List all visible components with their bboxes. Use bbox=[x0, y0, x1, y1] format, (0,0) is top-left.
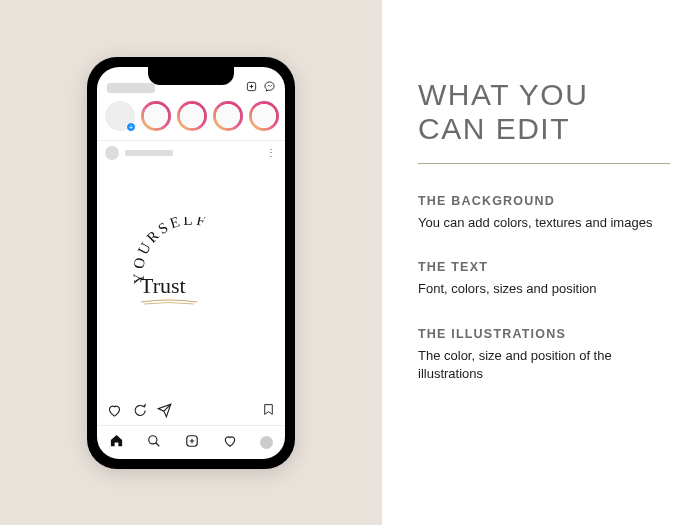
script-text-trust: Trust bbox=[140, 273, 186, 299]
header-actions bbox=[245, 81, 275, 93]
post-avatar[interactable] bbox=[105, 146, 119, 160]
section-body: Font, colors, sizes and position bbox=[418, 280, 670, 298]
nav-activity-icon[interactable] bbox=[223, 434, 237, 451]
post-actions bbox=[97, 399, 285, 425]
section-title: THE TEXT bbox=[418, 260, 670, 274]
page-title: WHAT YOU CAN EDIT bbox=[418, 78, 670, 145]
nav-profile-icon[interactable] bbox=[260, 436, 273, 449]
phone-notch bbox=[148, 67, 234, 85]
story-self[interactable]: + bbox=[105, 101, 135, 131]
phone-mockup: + ⋮ bbox=[87, 57, 295, 469]
section-body: You can add colors, textures and images bbox=[418, 214, 670, 232]
plus-icon: + bbox=[126, 122, 136, 132]
svg-line-5 bbox=[156, 442, 160, 446]
stories-row[interactable]: + bbox=[97, 95, 285, 141]
section-body: The color, size and position of the illu… bbox=[418, 347, 670, 383]
story-item[interactable] bbox=[177, 101, 207, 131]
underline-accent bbox=[140, 299, 198, 305]
share-icon[interactable] bbox=[157, 403, 172, 421]
section-background: THE BACKGROUND You can add colors, textu… bbox=[418, 194, 670, 232]
nav-search-icon[interactable] bbox=[147, 434, 161, 451]
section-title: THE BACKGROUND bbox=[418, 194, 670, 208]
comment-icon[interactable] bbox=[132, 403, 147, 421]
heading-line-1: WHAT YOU bbox=[418, 78, 588, 111]
section-title: THE ILLUSTRATIONS bbox=[418, 327, 670, 341]
svg-point-4 bbox=[149, 435, 157, 443]
nav-add-icon[interactable] bbox=[185, 434, 199, 451]
like-icon[interactable] bbox=[107, 403, 122, 421]
story-item[interactable] bbox=[249, 101, 279, 131]
bookmark-icon[interactable] bbox=[262, 402, 275, 421]
left-panel: + ⋮ bbox=[0, 0, 382, 525]
post-header: ⋮ bbox=[97, 141, 285, 165]
heading-line-2: CAN EDIT bbox=[418, 112, 570, 145]
right-panel: WHAT YOU CAN EDIT THE BACKGROUND You can… bbox=[382, 0, 700, 525]
bottom-nav bbox=[97, 425, 285, 459]
more-icon[interactable]: ⋮ bbox=[266, 147, 277, 158]
story-item[interactable] bbox=[213, 101, 243, 131]
section-text: THE TEXT Font, colors, sizes and positio… bbox=[418, 260, 670, 298]
post-username[interactable] bbox=[125, 150, 173, 156]
messenger-icon[interactable] bbox=[263, 81, 275, 93]
post-image[interactable]: YOURSELF Trust bbox=[97, 165, 285, 399]
add-icon[interactable] bbox=[245, 81, 257, 93]
post-artwork: YOURSELF Trust bbox=[126, 217, 256, 347]
phone-screen: + ⋮ bbox=[97, 67, 285, 459]
heading-divider bbox=[418, 163, 670, 164]
nav-home-icon[interactable] bbox=[109, 433, 124, 451]
app-logo bbox=[107, 83, 155, 93]
section-illustrations: THE ILLUSTRATIONS The color, size and po… bbox=[418, 327, 670, 383]
story-item[interactable] bbox=[141, 101, 171, 131]
